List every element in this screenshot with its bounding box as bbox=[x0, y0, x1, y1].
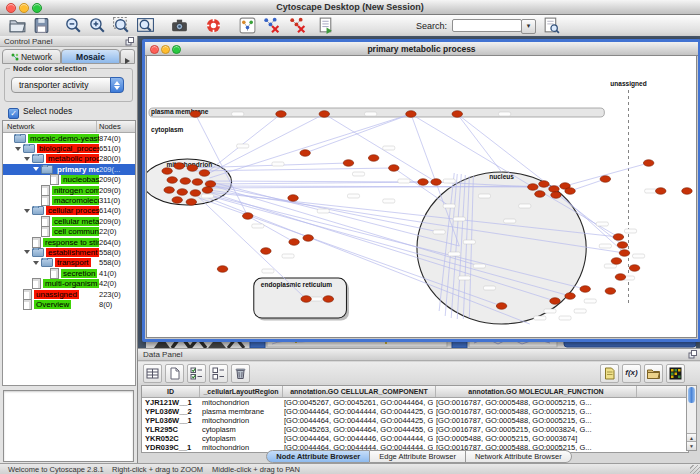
column-cellular-layout-region[interactable]: _cellularLayoutRegion bbox=[200, 386, 283, 397]
tree-row[interactable]: nucleobase-209(0) bbox=[3, 175, 135, 185]
column-go-cellular-component[interactable]: annotation.GO CELLULAR_COMPONENT bbox=[283, 386, 436, 397]
open-session-icon[interactable] bbox=[8, 16, 27, 35]
tree-row[interactable]: Overview8(0) bbox=[3, 299, 135, 309]
tree-row-node-count: 209(0) bbox=[99, 175, 135, 184]
node-label-pill bbox=[347, 194, 359, 198]
table-row[interactable]: YPL036W__2plasma membrane[GO:0044464, GO… bbox=[142, 407, 688, 416]
label-cytoplasm: cytoplasm bbox=[151, 126, 184, 134]
table-row[interactable]: YJR121W__1mitochondrion[GO:0045267, GO:0… bbox=[142, 398, 688, 407]
tree-row[interactable]: establishment of lo558(0) bbox=[3, 247, 135, 257]
tree-row[interactable]: multi-organism pro42(0) bbox=[3, 278, 135, 288]
network-manager-icon[interactable] bbox=[238, 16, 257, 35]
tab-network-attribute-browser[interactable]: Network Attribute Browser bbox=[466, 450, 572, 463]
formula-builder-icon[interactable]: f(x) bbox=[622, 364, 641, 383]
network-view-window[interactable]: primary metabolic process plasma membran… bbox=[142, 39, 700, 342]
select-attributes-icon[interactable] bbox=[143, 364, 162, 383]
expand-arrow-icon[interactable] bbox=[33, 261, 39, 265]
destroy-view-icon[interactable] bbox=[288, 16, 307, 35]
tab-node-attribute-browser[interactable]: Node Attribute Browser bbox=[266, 450, 370, 463]
table-row[interactable]: YKR052Ccytoplasm[GO:0044464, GO:0044446,… bbox=[142, 434, 688, 443]
expand-arrow-icon[interactable] bbox=[15, 147, 21, 151]
graph-edge bbox=[207, 114, 324, 174]
node-label-pill bbox=[645, 189, 657, 193]
table-cell: [GO:0044464, GO:0044444, GO:0044425, G..… bbox=[281, 407, 433, 416]
tab-network[interactable]: Network bbox=[2, 49, 61, 64]
zoom-fit-icon[interactable] bbox=[136, 16, 155, 35]
import-table-icon[interactable] bbox=[316, 16, 335, 35]
network-canvas[interactable]: plasma membranecytoplasmmitochondrionnuc… bbox=[146, 55, 697, 338]
scrollbar-thumb[interactable] bbox=[688, 387, 695, 403]
tree-row[interactable]: unassigned223(0) bbox=[3, 289, 135, 299]
graph-edge bbox=[324, 114, 436, 182]
float-panel-icon[interactable] bbox=[125, 37, 134, 46]
node-label-pill bbox=[559, 316, 571, 320]
column-id[interactable]: ID bbox=[142, 386, 200, 397]
application-window: Cytoscape Desktop (New Session) Search: … bbox=[0, 0, 700, 474]
tree-row[interactable]: primary metabo209(... bbox=[3, 164, 135, 174]
table-row[interactable]: YLR295Ccytoplasm[GO:0045263, GO:0044464,… bbox=[142, 425, 688, 434]
help-icon[interactable] bbox=[204, 16, 223, 35]
tree-row[interactable]: nitrogen compo209(0) bbox=[3, 185, 135, 195]
graph-node bbox=[539, 181, 549, 188]
table-cell: YPL036W__2 bbox=[142, 407, 199, 416]
tree-row[interactable]: metabolic process280(0) bbox=[3, 154, 135, 164]
float-data-panel-icon[interactable] bbox=[688, 350, 697, 359]
tree-column-network[interactable]: Network bbox=[3, 121, 97, 132]
column-go-molecular-function[interactable]: annotation.GO MOLECULAR_FUNCTION bbox=[436, 386, 637, 397]
network-window-titlebar[interactable]: primary metabolic process bbox=[145, 42, 698, 56]
expand-arrow-icon[interactable] bbox=[33, 167, 39, 171]
tree-row[interactable]: macromolecule311(0) bbox=[3, 195, 135, 205]
zoom-in-icon[interactable] bbox=[88, 16, 107, 35]
node-label-pill bbox=[310, 297, 322, 301]
tree-row[interactable]: biological_process651(0) bbox=[3, 143, 135, 153]
tree-row[interactable]: cellular metabol209(0) bbox=[3, 216, 135, 226]
zoom-selected-region-icon[interactable] bbox=[112, 16, 131, 35]
attribute-browser-tabs: Node Attribute Browser Edge Attribute Br… bbox=[138, 450, 700, 463]
tree-row-label: primary metabo bbox=[55, 165, 99, 174]
graph-node bbox=[319, 111, 329, 118]
open-attribute-file-icon[interactable] bbox=[644, 364, 663, 383]
file-icon bbox=[50, 268, 59, 279]
save-session-icon[interactable] bbox=[32, 16, 51, 35]
dropdown-stepper-icon bbox=[110, 77, 124, 93]
tree-row-node-count: 209(0) bbox=[99, 217, 135, 226]
export-image-snapshot-icon[interactable] bbox=[170, 16, 189, 35]
unselect-all-attributes-icon[interactable] bbox=[209, 364, 228, 383]
create-attribute-icon[interactable] bbox=[165, 364, 184, 383]
graph-node bbox=[406, 111, 416, 118]
search-dropdown-button[interactable]: ▾ bbox=[521, 19, 536, 34]
table-row[interactable]: YPL036W__1mitochondrion[GO:0044464, GO:0… bbox=[142, 416, 688, 425]
birds-eye-view[interactable] bbox=[3, 390, 134, 462]
select-all-attributes-icon[interactable] bbox=[187, 364, 206, 383]
tab-scroll-right-button[interactable] bbox=[120, 49, 135, 64]
attribute-table: ID _cellularLayoutRegion annotation.GO C… bbox=[141, 385, 689, 453]
expand-arrow-icon[interactable] bbox=[24, 250, 30, 254]
advanced-search-icon[interactable] bbox=[542, 16, 561, 35]
tree-row-node-count: 558(0) bbox=[99, 248, 135, 257]
node-color-dropdown[interactable]: transporter activity bbox=[11, 77, 124, 93]
tree-row[interactable]: secretion41(0) bbox=[3, 268, 135, 278]
tree-row[interactable]: mosaic-demo-yeast874(0) bbox=[3, 133, 135, 143]
tab-edge-attribute-browser[interactable]: Edge Attribute Browser bbox=[370, 450, 466, 463]
tree-row-node-count: 264(0) bbox=[99, 238, 135, 247]
tree-row[interactable]: transport558(0) bbox=[3, 258, 135, 268]
attribute-matrix-icon[interactable] bbox=[666, 364, 685, 383]
tree-column-nodes[interactable]: Nodes bbox=[97, 121, 135, 132]
resize-grip[interactable] bbox=[690, 465, 700, 474]
graph-node bbox=[617, 242, 627, 249]
scroll-down-button[interactable]: ▼ bbox=[687, 441, 696, 450]
tree-row-node-count: 42(0) bbox=[99, 279, 135, 288]
table-vertical-scrollbar[interactable]: ▲ ▼ bbox=[686, 385, 697, 451]
tree-row[interactable]: cellular process614(0) bbox=[3, 206, 135, 216]
tree-row[interactable]: response to stimulu264(0) bbox=[3, 237, 135, 247]
tab-mosaic[interactable]: Mosaic bbox=[61, 49, 120, 64]
search-input[interactable] bbox=[452, 19, 522, 32]
zoom-out-icon[interactable] bbox=[64, 16, 83, 35]
destroy-network-icon[interactable] bbox=[262, 16, 281, 35]
tree-row[interactable]: cell communicat22(0) bbox=[3, 227, 135, 237]
expand-arrow-icon[interactable] bbox=[24, 157, 30, 161]
select-nodes-checkbox[interactable]: ✓ bbox=[8, 108, 19, 119]
import-attributes-icon[interactable] bbox=[600, 364, 619, 383]
expand-arrow-icon[interactable] bbox=[24, 209, 30, 213]
delete-attribute-icon[interactable] bbox=[231, 364, 250, 383]
